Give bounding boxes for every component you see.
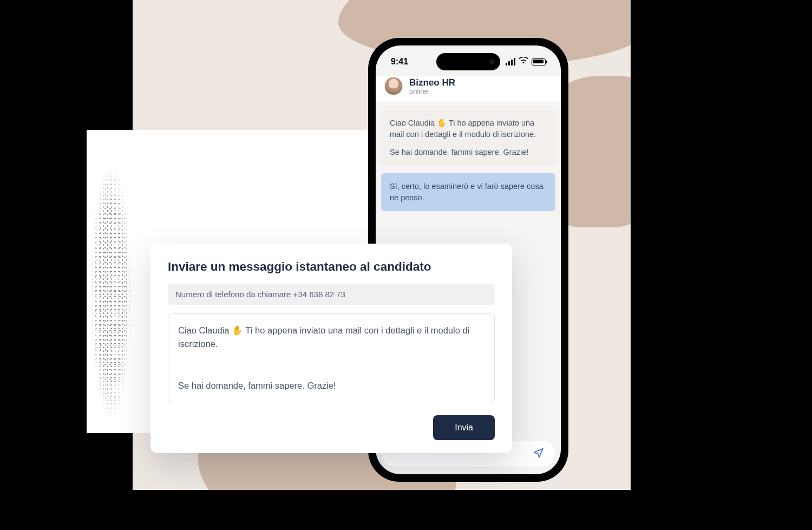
message-text: Se hai domande, fammi sapere. Grazie! [390, 147, 547, 158]
wifi-icon [519, 57, 528, 67]
message-text: Sì, certo, lo esaminerò e vi farò sapere… [390, 182, 543, 202]
draft-line: Ciao Claudia ✋ Ti ho appena inviato una … [178, 324, 484, 351]
status-time: 9:41 [391, 57, 408, 67]
dialog-title: Inviare un messaggio istantaneo al candi… [168, 260, 495, 274]
phone-notch [436, 53, 500, 70]
send-message-dialog: Inviare un messaggio istantaneo al candi… [150, 244, 512, 453]
message-text: Ciao Claudia ✋ Ti ho appena inviato una … [390, 117, 547, 140]
draft-line: Se hai domande, fammi sapere. Grazie! [178, 379, 484, 392]
send-icon[interactable] [533, 447, 545, 461]
message-incoming: Ciao Claudia ✋ Ti ho appena inviato una … [381, 110, 555, 166]
cellular-icon [506, 58, 515, 66]
phone-number-field[interactable]: Numero di telefono da chiamare +34 638 8… [168, 284, 495, 305]
chat-title: Bizneo HR [409, 77, 455, 88]
chat-online-status: online [409, 87, 455, 95]
send-button[interactable]: Invia [433, 415, 495, 440]
avatar [384, 77, 403, 95]
message-outgoing: Sì, certo, lo esaminerò e vi farò sapere… [381, 173, 555, 211]
message-textarea[interactable]: Ciao Claudia ✋ Ti ho appena inviato una … [168, 313, 495, 403]
chat-header: Bizneo HR online [376, 76, 561, 102]
battery-icon [532, 58, 546, 66]
chat-body: Ciao Claudia ✋ Ti ho appena inviato una … [376, 102, 561, 219]
